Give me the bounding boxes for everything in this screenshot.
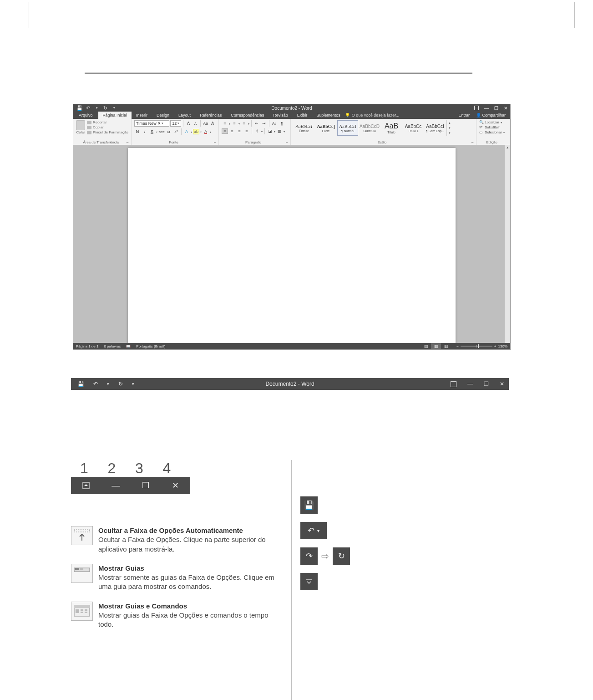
- print-layout-button[interactable]: ▦: [431, 343, 441, 349]
- superscript-button[interactable]: x²: [173, 128, 179, 135]
- tab-suplementos[interactable]: Suplementos: [312, 112, 345, 119]
- undo-menu-caret[interactable]: ▾: [94, 106, 99, 111]
- format-painter-button[interactable]: Pincel de Formatação: [87, 130, 128, 134]
- minimize-icon[interactable]: —: [467, 381, 473, 387]
- align-right-button[interactable]: ≡: [236, 128, 243, 134]
- ribbon-display-options-icon[interactable]: [451, 381, 456, 387]
- italic-button[interactable]: I: [142, 128, 148, 135]
- tab-revisao[interactable]: Revisão: [269, 112, 293, 119]
- multilevel-button[interactable]: ≡: [241, 121, 247, 126]
- font-color-button[interactable]: A: [203, 128, 209, 135]
- status-page[interactable]: Página 1 de 1: [76, 344, 98, 348]
- restore-button[interactable]: ❐: [131, 477, 161, 494]
- tab-pagina-inicial[interactable]: Página Inicial: [98, 112, 132, 119]
- strike-button[interactable]: abc: [158, 128, 165, 135]
- paste-button[interactable]: Colar: [76, 120, 85, 134]
- minimize-icon[interactable]: —: [484, 106, 489, 111]
- styles-more-icon[interactable]: ▾: [447, 131, 452, 136]
- style-titulo[interactable]: AaBTítulo: [381, 120, 402, 136]
- borders-button[interactable]: ▦: [276, 128, 283, 134]
- sign-in-link[interactable]: Entrar: [458, 113, 470, 118]
- zoom-in-icon[interactable]: +: [494, 344, 497, 348]
- find-button[interactable]: 🔍Localizar▾: [479, 120, 507, 124]
- font-launcher-icon[interactable]: ⌐: [214, 140, 218, 144]
- status-word-count[interactable]: 0 palavras: [104, 344, 121, 348]
- undo-icon[interactable]: ↶: [86, 106, 91, 111]
- option-auto-hide[interactable]: Ocultar a Faixa de Opções Automaticament…: [71, 526, 299, 554]
- tab-referencias[interactable]: Referências: [195, 112, 226, 119]
- font-size-combo[interactable]: 12▾: [170, 120, 181, 127]
- customize-qat-tile[interactable]: [300, 573, 318, 590]
- tab-inserir[interactable]: Inserir: [132, 112, 152, 119]
- scroll-up-icon[interactable]: ▴: [505, 145, 510, 150]
- clipboard-launcher-icon[interactable]: ⌐: [127, 140, 130, 144]
- tell-me-search[interactable]: 💡 O que você deseja fazer...: [345, 112, 400, 119]
- style-enfase[interactable]: AaBbCcIÊnfase: [294, 120, 314, 136]
- qat-customize-icon[interactable]: ▾: [132, 382, 134, 386]
- numbering-button[interactable]: ≡: [231, 121, 238, 126]
- sort-button[interactable]: A↓: [271, 121, 278, 126]
- styles-scroll[interactable]: ▴ ▾ ▾: [446, 120, 452, 136]
- minimize-button[interactable]: —: [101, 477, 131, 494]
- document-page[interactable]: [128, 148, 456, 343]
- redo-refresh-icon[interactable]: ↻: [118, 381, 123, 387]
- highlight-button[interactable]: ab: [193, 129, 199, 134]
- change-case-button[interactable]: Aa: [203, 120, 208, 127]
- justify-button[interactable]: ≡: [243, 128, 250, 134]
- undo-menu-caret[interactable]: ▾: [107, 382, 109, 386]
- grow-font-button[interactable]: A: [185, 120, 191, 127]
- undo-tile[interactable]: ↶ ▾: [300, 522, 327, 539]
- restore-icon[interactable]: ❐: [494, 106, 498, 111]
- tab-correspondencias[interactable]: Correspondências: [226, 112, 269, 119]
- styles-up-icon[interactable]: ▴: [447, 120, 452, 125]
- increase-indent-button[interactable]: ⇥: [261, 121, 267, 126]
- tab-design[interactable]: Design: [152, 112, 174, 119]
- bold-button[interactable]: N: [134, 128, 141, 135]
- vertical-scrollbar[interactable]: ▴: [505, 145, 510, 343]
- restore-icon[interactable]: ❐: [484, 381, 489, 387]
- tab-arquivo[interactable]: Arquivo: [73, 112, 98, 119]
- style-normal[interactable]: AaBbCcI¶ Normal: [337, 120, 358, 136]
- status-language[interactable]: Português (Brasil): [136, 344, 165, 348]
- decrease-indent-button[interactable]: ⇤: [253, 121, 260, 126]
- align-center-button[interactable]: ≡: [229, 128, 235, 134]
- style-subtitulo[interactable]: AaBbCcDSubtítulo: [359, 120, 380, 136]
- show-marks-button[interactable]: ¶: [279, 121, 285, 126]
- style-titulo1[interactable]: AaBbCcTítulo 1: [403, 120, 424, 136]
- select-button[interactable]: ▭Selecionar▾: [479, 130, 507, 134]
- save-icon[interactable]: 💾: [77, 106, 82, 111]
- refresh-tile[interactable]: ↻: [333, 547, 350, 565]
- zoom-out-icon[interactable]: −: [456, 344, 459, 348]
- cut-button[interactable]: Recortar: [87, 120, 128, 124]
- qat-customize-icon[interactable]: ▾: [112, 106, 117, 111]
- style-sem-esp[interactable]: AaBbCcI¶ Sem Esp...: [425, 120, 446, 136]
- underline-button[interactable]: S: [149, 128, 155, 135]
- subscript-button[interactable]: x₂: [166, 128, 172, 135]
- align-left-button[interactable]: ≡: [222, 128, 228, 134]
- line-spacing-button[interactable]: ‡: [254, 128, 260, 134]
- shrink-font-button[interactable]: A: [193, 120, 198, 127]
- zoom-slider[interactable]: [461, 346, 492, 347]
- replace-button[interactable]: ᵃ⁄ᵇSubstituir: [479, 125, 507, 129]
- option-show-tabs[interactable]: Mostrar Guias Mostrar somente as guias d…: [71, 564, 299, 592]
- text-effects-button[interactable]: A: [183, 128, 190, 135]
- ribbon-display-options-icon[interactable]: [474, 106, 479, 110]
- web-layout-button[interactable]: ▥: [441, 343, 451, 349]
- copy-button[interactable]: Copiar: [87, 125, 128, 129]
- undo-icon[interactable]: ↶: [93, 381, 98, 387]
- share-button[interactable]: 👤 Compartilhar: [476, 113, 506, 118]
- save-tile[interactable]: 💾: [300, 496, 318, 514]
- spell-check-icon[interactable]: 📖: [126, 344, 131, 348]
- bullets-button[interactable]: ≡: [222, 121, 228, 126]
- shading-button[interactable]: ◪: [267, 128, 273, 134]
- redo-refresh-icon[interactable]: ↻: [103, 106, 108, 111]
- close-icon[interactable]: ✕: [500, 381, 504, 387]
- redo-tile[interactable]: ↷: [300, 547, 318, 565]
- close-icon[interactable]: ✕: [504, 106, 507, 111]
- clear-format-button[interactable]: A̷: [210, 120, 216, 127]
- font-name-combo[interactable]: Times New R▾: [134, 120, 169, 127]
- save-icon[interactable]: 💾: [77, 381, 84, 387]
- zoom-control[interactable]: − + 130%: [456, 344, 507, 348]
- ribbon-display-options-button[interactable]: [71, 477, 101, 494]
- option-show-tabs-commands[interactable]: Mostrar Guias e Comandos Mostrar guias d…: [71, 602, 299, 629]
